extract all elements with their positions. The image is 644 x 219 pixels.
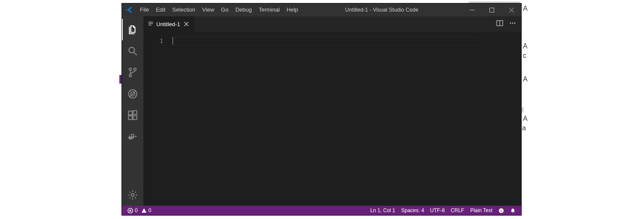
tab-label: Untitled-1 — [156, 21, 180, 27]
editor-actions — [491, 16, 521, 32]
status-problems[interactable]: 0 0 — [125, 206, 153, 215]
menu-edit[interactable]: Edit — [152, 3, 169, 16]
menu-terminal[interactable]: Terminal — [255, 3, 283, 16]
menu-debug[interactable]: Debug — [232, 3, 255, 16]
svg-line-5 — [134, 52, 137, 55]
menu-go[interactable]: Go — [218, 3, 232, 16]
docker-icon — [127, 131, 138, 142]
activity-debug[interactable] — [122, 83, 143, 105]
line-number-gutter: 1 — [143, 32, 171, 206]
status-bar: 0 0 Ln 1, Col 1 Spaces: 4 UTF-8 CRLF Pla… — [122, 206, 521, 215]
code-content[interactable] — [171, 32, 521, 206]
window-controls — [462, 3, 521, 16]
bg-fragment: c — [523, 52, 526, 60]
error-icon — [128, 208, 133, 213]
menu-view[interactable]: View — [199, 3, 218, 16]
warning-icon — [141, 208, 147, 213]
svg-rect-20 — [133, 116, 137, 120]
bg-fragment: a — [522, 124, 526, 132]
split-editor-icon — [496, 20, 503, 27]
files-icon — [127, 24, 138, 35]
editor-group: Untitled-1 1 — [143, 16, 521, 206]
svg-rect-23 — [131, 136, 132, 137]
current-line-highlight — [171, 37, 478, 45]
text-cursor — [173, 37, 173, 45]
menu-file[interactable]: File — [137, 3, 152, 16]
vscode-window: File Edit Selection View Go Debug Termin… — [122, 3, 521, 215]
extensions-icon — [127, 110, 138, 121]
svg-point-35 — [510, 23, 511, 24]
status-language-mode[interactable]: Plain Text — [468, 206, 495, 215]
vscode-logo-icon — [122, 6, 137, 13]
bg-fragment: A — [523, 5, 528, 12]
menu-help[interactable]: Help — [283, 3, 302, 16]
svg-point-43 — [502, 210, 503, 210]
svg-rect-1 — [489, 8, 494, 12]
svg-point-27 — [131, 194, 134, 197]
activity-docker[interactable] — [122, 126, 143, 147]
tabs-bar: Untitled-1 — [143, 16, 521, 32]
activity-explorer[interactable] — [122, 19, 143, 40]
menu-selection[interactable]: Selection — [169, 3, 198, 16]
git-branch-icon — [127, 67, 138, 78]
maximize-icon — [489, 8, 494, 12]
close-button[interactable] — [501, 3, 521, 16]
split-editor-button[interactable] — [496, 20, 503, 28]
svg-point-41 — [499, 208, 504, 213]
minimize-button[interactable] — [462, 3, 482, 16]
activity-search[interactable] — [122, 40, 143, 62]
svg-point-37 — [514, 23, 516, 24]
title-bar[interactable]: File Edit Selection View Go Debug Termin… — [122, 3, 521, 16]
bg-fragment: A — [523, 42, 528, 50]
window-title: Untitled-1 - Visual Studio Code — [301, 7, 462, 13]
svg-rect-22 — [129, 136, 130, 137]
activity-source-control[interactable] — [122, 62, 143, 83]
svg-rect-25 — [131, 134, 132, 135]
svg-rect-19 — [128, 116, 132, 120]
line-number: 1 — [143, 37, 163, 44]
activity-bar — [122, 16, 143, 206]
status-notifications[interactable] — [508, 206, 518, 215]
svg-point-42 — [500, 210, 501, 210]
svg-rect-24 — [133, 136, 134, 137]
bg-fragment: A — [523, 115, 528, 123]
svg-rect-21 — [133, 111, 137, 114]
search-icon — [127, 45, 138, 57]
close-icon — [184, 22, 188, 26]
bell-icon — [510, 208, 516, 213]
status-encoding[interactable]: UTF-8 — [428, 206, 447, 215]
svg-rect-18 — [128, 111, 132, 115]
warning-count: 0 — [149, 207, 152, 213]
menu-bar: File Edit Selection View Go Debug Termin… — [137, 3, 301, 16]
tab-close-button[interactable] — [183, 21, 190, 27]
status-indentation[interactable]: Spaces: 4 — [399, 206, 426, 215]
svg-point-8 — [129, 75, 131, 77]
status-eol[interactable]: CRLF — [449, 206, 466, 215]
file-icon — [148, 21, 154, 28]
svg-point-36 — [512, 23, 513, 24]
minimize-icon — [470, 8, 474, 12]
main-area: Untitled-1 1 — [122, 16, 521, 206]
status-cursor-position[interactable]: Ln 1, Col 1 — [368, 206, 397, 215]
text-editor[interactable]: 1 — [143, 32, 521, 206]
bg-fragment: A — [523, 75, 528, 83]
activity-extensions[interactable] — [122, 105, 143, 126]
smiley-icon — [498, 208, 504, 213]
more-actions-button[interactable] — [509, 20, 516, 28]
activity-settings[interactable] — [122, 184, 143, 206]
error-count: 0 — [135, 207, 138, 213]
status-feedback[interactable] — [496, 206, 506, 215]
svg-rect-26 — [133, 134, 134, 135]
svg-point-7 — [134, 68, 136, 70]
svg-point-6 — [129, 68, 131, 70]
no-bug-icon — [127, 88, 138, 99]
ellipsis-icon — [509, 20, 516, 27]
maximize-button[interactable] — [482, 3, 501, 16]
gear-icon — [127, 189, 138, 201]
close-icon — [509, 8, 514, 12]
svg-point-4 — [129, 47, 134, 53]
tab-untitled-1[interactable]: Untitled-1 — [143, 16, 194, 32]
